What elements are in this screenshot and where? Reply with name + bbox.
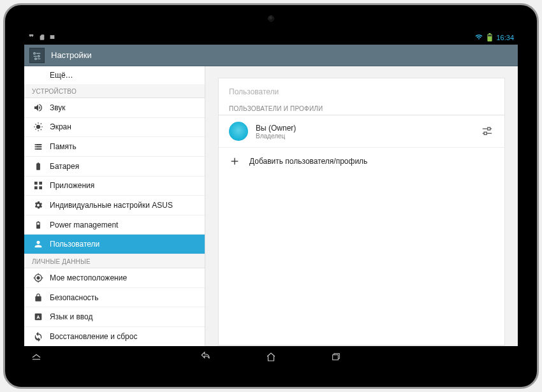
owner-role: Владелец (256, 133, 472, 140)
screen: 16:34 Настройки Ещё… УСТРОЙСТВО Звук (24, 31, 518, 368)
notify-icon (49, 34, 55, 42)
content-area: Ещё… УСТРОЙСТВО Звук Экран Память Батаре… (24, 66, 518, 346)
sidebar-item-label: Индивидуальные настройки ASUS (50, 201, 173, 210)
add-user-label: Добавить пользователя/профиль (249, 157, 367, 166)
sidebar-item-label: Пользователи (50, 240, 99, 249)
sidebar-item-language[interactable]: A Язык и ввод (24, 307, 205, 327)
wifi-icon (474, 33, 483, 42)
sidebar-item-backup[interactable]: Восстановление и сброс (24, 327, 205, 346)
svg-rect-18 (488, 127, 490, 130)
svg-rect-14 (37, 222, 40, 224)
sidebar-item-label: Язык и ввод (50, 312, 92, 321)
status-right: 16:34 (474, 33, 514, 43)
sidebar-group-personal: ЛИЧНЫЕ ДАННЫЕ (24, 254, 205, 268)
sidebar-item-label: Экран (50, 122, 71, 131)
sidebar-item-storage[interactable]: Память (24, 137, 205, 157)
camera-dot (268, 15, 274, 22)
svg-rect-11 (39, 182, 42, 185)
brightness-icon (33, 122, 43, 132)
settings-app-icon (29, 48, 45, 63)
sidebar-item-label: Мое местоположение (50, 273, 127, 282)
sidebar-item-battery[interactable]: Батарея (24, 157, 205, 177)
svg-point-3 (38, 55, 40, 57)
sidebar-item-apps[interactable]: Приложения (24, 177, 205, 196)
apps-icon (33, 180, 43, 191)
sidebar-item-label: Безопасность (50, 293, 99, 302)
sidebar-item-label: Батарея (50, 162, 79, 171)
app-bar: Настройки (24, 45, 518, 66)
svg-rect-24 (333, 355, 339, 360)
owner-row[interactable]: Вы (Owner) Владелец (219, 115, 504, 148)
sidebar-item-location[interactable]: Мое местоположение (24, 268, 205, 288)
svg-rect-0 (488, 34, 492, 36)
sidebar-item-label: Восстановление и сброс (50, 332, 137, 341)
backup-icon (33, 331, 43, 342)
panel-title: Пользователи (219, 78, 504, 103)
usb-icon (28, 34, 35, 42)
navigation-bar (24, 346, 518, 368)
sidebar-item-label: Звук (50, 103, 66, 112)
settings-sidebar[interactable]: Ещё… УСТРОЙСТВО Звук Экран Память Батаре… (24, 66, 205, 346)
storage-icon (33, 142, 43, 152)
sidebar-item-label: Приложения (50, 181, 94, 190)
svg-point-1 (34, 52, 36, 54)
svg-point-5 (35, 58, 37, 60)
power-icon (33, 220, 43, 230)
users-card: Пользователи ПОЛЬЗОВАТЕЛИ И ПРОФИЛИ Вы (… (218, 78, 505, 345)
sidebar-group-device: УСТРОЙСТВО (24, 84, 205, 98)
collapse-button[interactable] (29, 350, 43, 364)
status-bar: 16:34 (24, 31, 518, 45)
gear-icon (33, 200, 43, 210)
plus-icon (229, 156, 240, 167)
owner-settings-button[interactable] (480, 126, 494, 137)
battery-status-icon (487, 33, 492, 43)
add-user-row[interactable]: Добавить пользователя/профиль (219, 148, 504, 175)
status-left (28, 34, 55, 42)
sidebar-more[interactable]: Ещё… (24, 66, 205, 84)
owner-labels: Вы (Owner) Владелец (256, 124, 472, 140)
sidebar-item-power[interactable]: Power management (24, 215, 205, 235)
panel-subhead: ПОЛЬЗОВАТЕЛИ И ПРОФИЛИ (219, 103, 504, 115)
nav-back-button[interactable] (199, 350, 213, 364)
sdcard-icon (39, 34, 45, 42)
lock-icon (33, 293, 43, 303)
svg-point-7 (36, 145, 36, 145)
sidebar-item-label: Power management (50, 221, 118, 229)
volume-icon (33, 103, 43, 113)
app-title: Настройки (51, 50, 92, 60)
svg-rect-12 (34, 187, 38, 190)
tablet-frame: 16:34 Настройки Ещё… УСТРОЙСТВО Звук (3, 3, 539, 389)
users-icon (33, 239, 43, 249)
language-icon: A (33, 312, 43, 322)
clock: 16:34 (496, 34, 514, 41)
nav-recent-button[interactable] (329, 350, 343, 364)
owner-name: Вы (Owner) (256, 124, 472, 133)
svg-text:A: A (36, 314, 40, 320)
svg-point-8 (36, 147, 36, 147)
svg-rect-10 (34, 182, 38, 185)
sidebar-item-label: Память (50, 142, 77, 151)
location-icon (33, 273, 43, 283)
sidebar-item-display[interactable]: Экран (24, 118, 205, 138)
sidebar-item-asus[interactable]: Индивидуальные настройки ASUS (24, 196, 205, 215)
owner-avatar (229, 122, 248, 141)
svg-point-9 (36, 149, 36, 149)
battery-icon (33, 161, 43, 171)
sidebar-item-users[interactable]: Пользователи (24, 235, 205, 254)
sidebar-item-security[interactable]: Безопасность (24, 288, 205, 308)
svg-rect-20 (484, 132, 487, 134)
nav-home-button[interactable] (264, 350, 278, 364)
svg-rect-13 (39, 187, 42, 190)
detail-panel: Пользователи ПОЛЬЗОВАТЕЛИ И ПРОФИЛИ Вы (… (205, 66, 518, 346)
sidebar-item-sound[interactable]: Звук (24, 98, 205, 118)
